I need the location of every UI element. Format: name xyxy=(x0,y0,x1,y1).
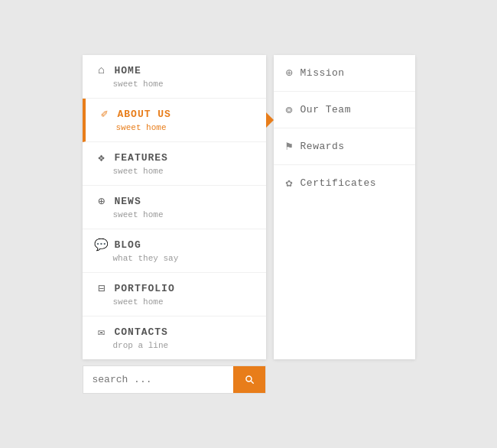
mission-label: Mission xyxy=(300,67,345,79)
submenu-item-rewards[interactable]: ⚑ Rewards xyxy=(274,128,415,165)
news-title: NEWS xyxy=(115,196,141,207)
certificates-label: Certificates xyxy=(300,177,377,189)
rewards-icon: ⚑ xyxy=(286,139,293,154)
rewards-label: Rewards xyxy=(300,141,345,152)
contacts-title: CONTACTS xyxy=(115,326,168,338)
menu-wrapper: ⌂ HOME sweet home ✐ ABOUT US sweet home … xyxy=(83,55,415,359)
news-sub: sweet home xyxy=(113,210,164,219)
home-icon: ⌂ xyxy=(95,64,109,78)
about-us-title: ABOUT US xyxy=(118,109,171,120)
about-us-icon: ✐ xyxy=(98,108,112,122)
news-icon: ⊕ xyxy=(95,195,109,209)
main-menu: ⌂ HOME sweet home ✐ ABOUT US sweet home … xyxy=(83,55,266,359)
sidebar-item-blog[interactable]: 💬 BLOG what they say xyxy=(83,229,266,273)
contacts-icon: ✉ xyxy=(95,326,109,339)
submenu-item-our-team[interactable]: ❂ Our Team xyxy=(274,92,415,128)
sidebar-item-portfolio[interactable]: ⊟ PORTFOLIO sweet home xyxy=(83,273,266,317)
certificates-icon: ✿ xyxy=(286,176,293,190)
blog-icon: 💬 xyxy=(95,239,109,252)
search-input[interactable] xyxy=(83,366,233,393)
search-icon xyxy=(244,374,255,385)
submenu-item-certificates[interactable]: ✿ Certificates xyxy=(274,165,415,201)
sidebar-item-features[interactable]: ❖ FEATURES sweet home xyxy=(83,142,266,186)
blog-sub: what they say xyxy=(113,254,179,263)
our-team-icon: ❂ xyxy=(286,102,293,117)
sidebar-item-home[interactable]: ⌂ HOME sweet home xyxy=(83,55,266,99)
main-container: ⌂ HOME sweet home ✐ ABOUT US sweet home … xyxy=(83,55,415,394)
about-us-sub: sweet home xyxy=(116,123,167,132)
home-sub: sweet home xyxy=(113,80,164,89)
portfolio-title: PORTFOLIO xyxy=(115,283,175,294)
sidebar-item-news[interactable]: ⊕ NEWS sweet home xyxy=(83,186,266,229)
sidebar-item-about-us[interactable]: ✐ ABOUT US sweet home xyxy=(83,99,266,142)
search-bar xyxy=(83,365,266,394)
contacts-sub: drop a line xyxy=(113,341,169,350)
search-button[interactable] xyxy=(233,366,265,393)
features-sub: sweet home xyxy=(113,167,164,176)
mission-icon: ⊕ xyxy=(286,66,293,80)
features-title: FEATURES xyxy=(115,152,168,164)
home-title: HOME xyxy=(115,65,141,76)
blog-title: BLOG xyxy=(115,239,141,251)
submenu-item-mission[interactable]: ⊕ Mission xyxy=(274,55,415,92)
left-panel: ⌂ HOME sweet home ✐ ABOUT US sweet home … xyxy=(83,55,415,394)
portfolio-sub: sweet home xyxy=(113,297,164,307)
our-team-label: Our Team xyxy=(300,104,351,115)
features-icon: ❖ xyxy=(95,151,109,165)
submenu: ⊕ Mission ❂ Our Team ⚑ Rewards ✿ Certifi… xyxy=(274,55,415,359)
sidebar-item-contacts[interactable]: ✉ CONTACTS drop a line xyxy=(83,317,266,359)
portfolio-icon: ⊟ xyxy=(95,282,109,296)
